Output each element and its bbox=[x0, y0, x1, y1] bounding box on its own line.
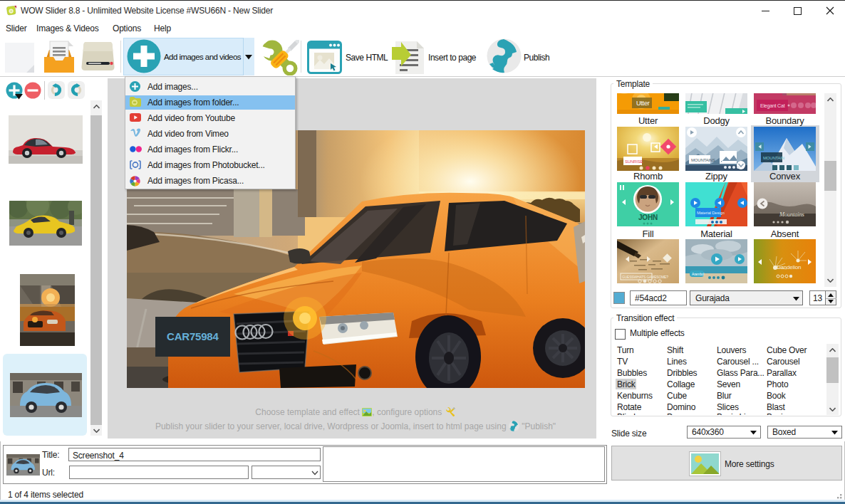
svg-text:MOUNTAINS: MOUNTAINS bbox=[691, 158, 715, 162]
svg-text:Elegant Cat: Elegant Cat bbox=[760, 103, 785, 109]
svg-text:Arambol: Arambol bbox=[692, 272, 704, 276]
svg-text:SUNRISE: SUNRISE bbox=[625, 159, 643, 164]
svg-text:GUESSWHATS GAMESOME?: GUESSWHATS GAMESOME? bbox=[622, 275, 668, 279]
svg-text:Material Design: Material Design bbox=[697, 211, 725, 215]
svg-text:Utter: Utter bbox=[636, 100, 650, 107]
svg-text:Dandelion: Dandelion bbox=[777, 264, 801, 271]
svg-text:MOUNTAIN: MOUNTAIN bbox=[763, 156, 784, 160]
svg-text:JOHN: JOHN bbox=[638, 214, 658, 221]
svg-text:Mountains: Mountains bbox=[779, 211, 804, 218]
